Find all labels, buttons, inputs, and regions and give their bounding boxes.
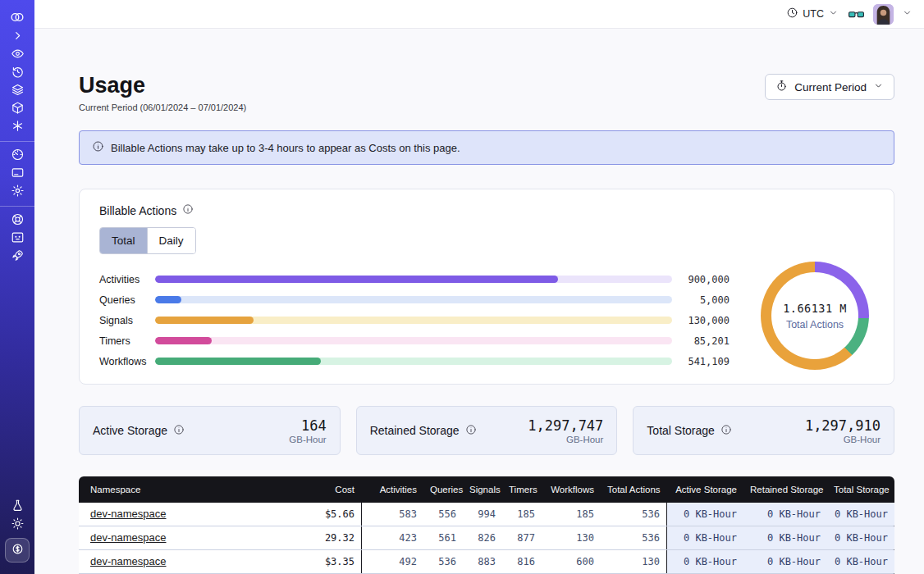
period-dropdown-button[interactable]: Current Period [765, 74, 894, 100]
usage-table-body: dev-namespace$5.665835569941851855360 KB… [79, 503, 894, 574]
info-icon[interactable] [720, 424, 732, 438]
retained-storage-value: 1,297,747 [528, 417, 603, 434]
sidebar-item-history[interactable] [0, 64, 34, 82]
table-cell: 826 [463, 526, 502, 549]
banner-text: Billable Actions may take up to 3-4 hour… [111, 142, 460, 154]
bar-value: 900,000 [672, 274, 730, 285]
gauge-icon [11, 148, 25, 165]
table-cell: 0 KB-Hour [666, 550, 743, 573]
sidebar-item-settings-gear[interactable] [0, 183, 34, 201]
timezone-selector[interactable]: UTC [786, 7, 839, 21]
column-header: Queries [423, 476, 463, 503]
billing-coin-icon [11, 542, 25, 559]
bar-label: Activities [99, 274, 155, 285]
column-header: Retained Storage [743, 476, 827, 503]
layers-icon [11, 83, 25, 100]
sidebar-item-gauge[interactable] [0, 147, 34, 165]
bar-track [155, 337, 672, 344]
sidebar-item-billing-coin[interactable] [5, 538, 30, 563]
storage-cards-row: Active Storage 164 GB-Hour Retained Stor… [79, 406, 894, 455]
sidebar-item-cube[interactable] [0, 100, 34, 118]
column-header: Total Actions [601, 476, 666, 503]
column-header: Workflows [542, 476, 601, 503]
table-cell: 185 [542, 503, 601, 526]
column-header: Activities [361, 476, 423, 503]
avatar[interactable] [873, 4, 894, 25]
total-actions-donut: 1.66131 M Total Actions [761, 262, 869, 370]
bar-row: Signals 130,000 [99, 310, 730, 330]
info-icon[interactable] [173, 424, 185, 438]
info-icon[interactable] [182, 203, 194, 217]
table-cell: 0 KB-Hour [827, 550, 894, 573]
donut-total-value: 1.66131 M [783, 302, 847, 315]
table-cell: $5.66 [287, 503, 361, 526]
sidebar-item-rocket[interactable] [0, 248, 34, 266]
page-title: Usage [79, 72, 246, 98]
billable-actions-bar-chart: Activities 900,000 Queries 5,000 Signals… [99, 269, 730, 371]
namespace-link[interactable]: dev-namespace [90, 531, 167, 544]
namespace-link[interactable]: dev-namespace [90, 508, 167, 520]
table-cell: 0 KB-Hour [743, 503, 827, 526]
sidebar-item-layers[interactable] [0, 82, 34, 100]
sidebar-item-theme-sun[interactable] [0, 516, 34, 534]
total-storage-unit: GB-Hour [844, 435, 881, 444]
column-header: Cost [287, 476, 361, 503]
sidebar-item-chevron-right[interactable] [0, 28, 34, 46]
info-icon[interactable] [465, 424, 477, 438]
asterisk-icon [11, 119, 25, 136]
namespace-cell: dev-namespace [79, 550, 287, 573]
tab-daily[interactable]: Daily [147, 228, 195, 253]
sidebar-item-docs-terminal[interactable] [0, 230, 34, 248]
bar-track [155, 276, 672, 283]
support-lifebuoy-icon [11, 212, 25, 230]
chevron-right-icon [11, 29, 25, 46]
column-header: Timers [502, 476, 542, 503]
bar-fill [155, 317, 254, 324]
table-cell: 130 [542, 526, 601, 549]
sidebar-item-eye[interactable] [0, 46, 34, 64]
table-cell: 556 [423, 503, 463, 526]
active-storage-label: Active Storage [93, 424, 167, 437]
sidebar-divider [0, 206, 34, 207]
table-cell: 536 [601, 526, 666, 549]
tab-total[interactable]: Total [100, 228, 147, 253]
table-cell: 0 KB-Hour [666, 526, 743, 549]
namespace-cell: dev-namespace [79, 526, 287, 549]
table-cell: 561 [423, 526, 463, 549]
active-storage-value: 164 [301, 417, 327, 434]
active-storage-card: Active Storage 164 GB-Hour [79, 406, 341, 455]
docs-terminal-icon [11, 230, 25, 248]
total-storage-label: Total Storage [647, 424, 715, 437]
card-title-row: Billable Actions [99, 203, 874, 217]
donut-total-label: Total Actions [786, 319, 844, 330]
info-icon [92, 140, 104, 155]
table-cell: 994 [463, 503, 502, 526]
bar-label: Workflows [99, 356, 155, 367]
sidebar-item-lab-flask[interactable] [0, 498, 34, 516]
timezone-label: UTC [803, 8, 824, 20]
sidebar-item-billing-card[interactable] [0, 165, 34, 183]
sidebar-item-temporal-logo[interactable] [0, 10, 34, 28]
eye-icon [11, 47, 25, 64]
stopwatch-icon [775, 80, 788, 94]
bar-fill [155, 358, 321, 365]
bar-track [155, 296, 672, 303]
namespace-link[interactable]: dev-namespace [90, 555, 167, 567]
sidebar-item-support-lifebuoy[interactable] [0, 212, 34, 230]
rocket-icon [11, 248, 25, 266]
bar-fill [155, 276, 558, 283]
sidebar-item-asterisk[interactable] [0, 118, 34, 136]
table-cell: 130 [601, 550, 666, 573]
table-cell: 883 [463, 550, 502, 573]
table-row: dev-namespace$5.665835569941851855360 KB… [79, 503, 894, 526]
table-cell: 0 KB-Hour [743, 550, 827, 573]
table-row: dev-namespace29.324235618268771305360 KB… [79, 526, 894, 550]
period-button-label: Current Period [794, 81, 867, 93]
bar-value: 541,109 [672, 356, 730, 367]
bar-label: Timers [99, 335, 155, 347]
table-cell: 877 [502, 526, 542, 549]
chevron-down-icon [873, 80, 884, 93]
glasses-icon[interactable] [847, 5, 865, 23]
billable-actions-title: Billable Actions [99, 204, 176, 217]
chevron-down-icon[interactable] [902, 7, 913, 21]
